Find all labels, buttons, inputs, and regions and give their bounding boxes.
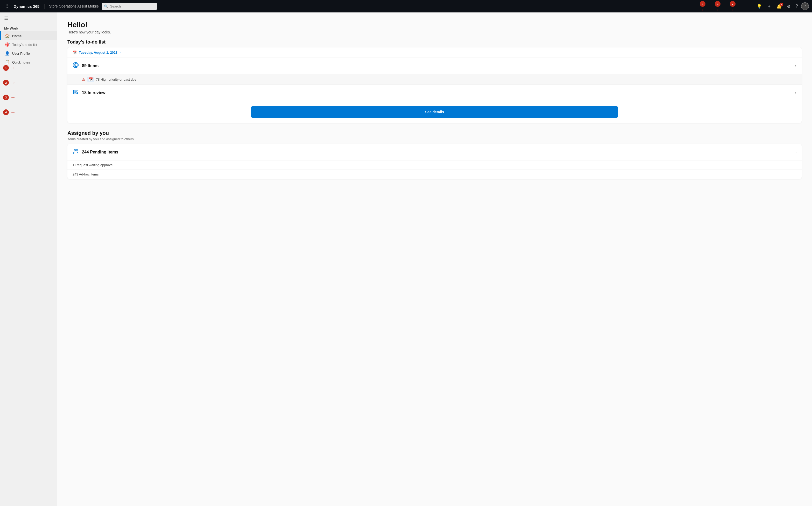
todo-card: 📅 Tuesday, August 1, 2023 › 89 Items ›	[67, 48, 802, 123]
target-stat-icon	[73, 62, 79, 70]
app-body: ☰ My Work 🏠 Home 🎯 Today's to-do list 👤 …	[0, 12, 812, 506]
pending-count-label: 244 Pending items	[82, 150, 792, 155]
sidebar-item-profile-label: User Profile	[12, 52, 30, 56]
pending-sub-1: 1 Request waiting approval	[67, 160, 802, 170]
sidebar-item-todo[interactable]: 🎯 Today's to-do list	[0, 40, 57, 49]
calendar-icon: 📅	[73, 51, 77, 55]
overdue-cal-icon: 📅	[87, 77, 94, 82]
lightbulb-button[interactable]: 💡	[755, 2, 764, 10]
pending-icon	[73, 148, 79, 156]
sidebar-item-profile[interactable]: 👤 User Profile	[0, 49, 57, 58]
user-icon: 👤	[5, 51, 10, 56]
todo-section-title: Today's to-do list	[67, 39, 802, 45]
notes-icon: 📋	[5, 60, 10, 65]
greeting-title: Hello!	[67, 21, 802, 29]
review-stat-row[interactable]: 18 In review ›	[67, 85, 802, 101]
add-button[interactable]: ＋	[765, 2, 774, 11]
search-icon: 🔍	[104, 4, 108, 8]
notifications-button[interactable]: 🔔 7	[775, 2, 784, 10]
pending-sub-2: 243 Ad-hoc items	[67, 170, 802, 179]
settings-button[interactable]: ⚙	[785, 2, 793, 10]
date-row[interactable]: 📅 Tuesday, August 1, 2023 ›	[67, 48, 802, 58]
warning-icon: ⚠	[82, 77, 85, 81]
review-count-label: 18 In review	[82, 90, 792, 95]
home-icon: 🏠	[5, 33, 10, 38]
sidebar: ☰ My Work 🏠 Home 🎯 Today's to-do list 👤 …	[0, 12, 57, 506]
sidebar-item-notes[interactable]: 📋 Quick notes	[0, 58, 57, 67]
items-count-label: 89 Items	[82, 64, 792, 68]
review-chevron-icon: ›	[795, 91, 797, 95]
apps-grid-button[interactable]: ⠿	[3, 2, 10, 10]
notification-badge: 7	[780, 3, 783, 6]
topbar: ⠿ Dynamics 365 | Store Operations Assist…	[0, 0, 812, 12]
app-name: Store Operations Assist Mobile	[49, 4, 98, 8]
search-input[interactable]	[102, 3, 157, 10]
date-label: Tuesday, August 1, 2023	[79, 51, 117, 55]
topbar-actions: 💡 ＋ 🔔 7 ⚙ ? R.	[755, 2, 809, 11]
see-details-button[interactable]: See details	[251, 106, 618, 118]
assigned-card: 244 Pending items › 1 Request waiting ap…	[67, 144, 802, 179]
sidebar-item-todo-label: Today's to-do list	[12, 43, 37, 47]
items-chevron-icon: ›	[795, 64, 797, 68]
help-button[interactable]: ?	[794, 2, 800, 10]
high-priority-label: 78 High priority or past due	[96, 78, 136, 81]
svg-point-2	[75, 65, 76, 66]
brand-divider: |	[44, 3, 45, 9]
sidebar-item-home-label: Home	[12, 34, 21, 38]
pending-chevron-icon: ›	[795, 150, 797, 154]
search-wrapper: 🔍	[102, 3, 226, 10]
date-chevron-icon: ›	[119, 51, 120, 55]
avatar[interactable]: R.	[801, 2, 809, 10]
review-icon	[73, 89, 79, 97]
sidebar-item-notes-label: Quick notes	[12, 60, 30, 64]
brand-name: Dynamics 365	[13, 4, 39, 9]
sidebar-item-home[interactable]: 🏠 Home	[0, 31, 57, 40]
assigned-section-subtitle: Items created by you and assigned to oth…	[67, 137, 802, 141]
sidebar-section-title: My Work	[0, 24, 57, 31]
greeting-subtitle: Here's how your day looks.	[67, 30, 802, 34]
high-priority-row: ⚠ 📅 78 High priority or past due	[67, 74, 802, 85]
assigned-section-title: Assigned by you	[67, 130, 802, 136]
items-stat-row[interactable]: 89 Items ›	[67, 58, 802, 74]
hamburger-menu[interactable]: ☰	[0, 12, 57, 24]
pending-stat-row[interactable]: 244 Pending items ›	[67, 144, 802, 160]
svg-point-5	[74, 150, 76, 151]
main-content: Hello! Here's how your day looks. Today'…	[57, 12, 812, 506]
target-icon: 🎯	[5, 42, 10, 47]
svg-point-6	[76, 150, 78, 151]
